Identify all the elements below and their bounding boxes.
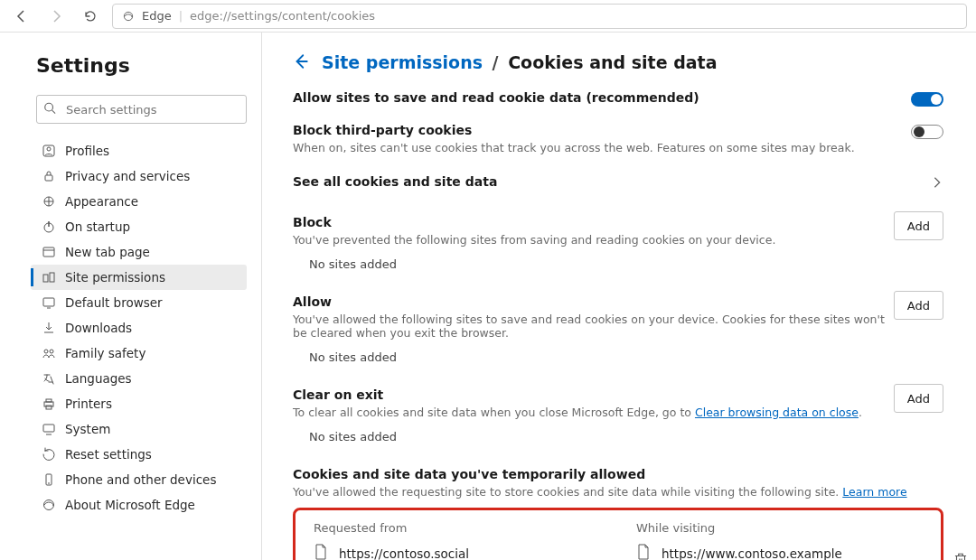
reset-icon (42, 447, 56, 462)
temp-allowed-row: Requested from https://contoso.social Wh… (293, 508, 943, 560)
browser-icon (42, 295, 56, 310)
address-bar[interactable]: Edge | edge://settings/content/cookies (112, 4, 967, 29)
site-icon (636, 544, 651, 560)
settings-title: Settings (36, 54, 247, 77)
svg-point-24 (44, 500, 54, 510)
sidebar-item-languages[interactable]: Languages (31, 366, 247, 391)
edge-icon (42, 498, 56, 512)
see-all-label: See all cookies and site data (293, 174, 497, 189)
temp-visiting-col: While visiting https://www.contoso.examp… (636, 521, 923, 560)
nav-forward-button[interactable] (43, 4, 69, 29)
breadcrumb: Site permissions / Cookies and site data (293, 52, 943, 72)
allow-add-button[interactable]: Add (894, 291, 943, 320)
settings-content: Site permissions / Cookies and site data… (262, 33, 976, 560)
row-block-3p: Block third-party cookies When on, sites… (293, 123, 943, 154)
sidebar-item-profiles[interactable]: Profiles (31, 138, 247, 163)
row-see-all[interactable]: See all cookies and site data (293, 174, 943, 191)
temp-vis-header: While visiting (636, 521, 923, 535)
block-title: Block (293, 215, 943, 229)
svg-rect-5 (45, 175, 52, 181)
search-input[interactable] (36, 95, 247, 124)
svg-rect-18 (46, 399, 52, 402)
breadcrumb-back-button[interactable] (293, 53, 309, 72)
block-add-button[interactable]: Add (894, 211, 943, 240)
clear-empty: No sites added (309, 430, 943, 443)
block-empty: No sites added (309, 257, 943, 271)
profile-icon (42, 144, 56, 158)
address-url: edge://settings/content/cookies (190, 9, 375, 23)
address-separator: | (179, 9, 183, 23)
trash-icon (953, 552, 969, 560)
sidebar-item-default-browser[interactable]: Default browser (31, 290, 247, 315)
power-icon (42, 219, 56, 234)
svg-point-1 (45, 103, 53, 111)
learn-more-link[interactable]: Learn more (842, 485, 906, 499)
nav-refresh-button[interactable] (78, 4, 103, 29)
svg-rect-9 (43, 247, 54, 257)
allow-empty: No sites added (309, 350, 943, 364)
clear-data-link[interactable]: Clear browsing data on close (695, 406, 859, 419)
temp-req-value: https://contoso.social (339, 546, 469, 561)
block-3p-label: Block third-party cookies (293, 123, 855, 137)
arrow-left-icon (293, 53, 309, 70)
sidebar-item-privacy[interactable]: Privacy and services (31, 163, 247, 189)
allow-sub: You've allowed the following sites to sa… (293, 313, 943, 340)
appearance-icon (42, 194, 56, 209)
sidebar-item-startup[interactable]: On startup (31, 214, 247, 239)
sidebar-item-family[interactable]: Family safety (31, 341, 247, 366)
breadcrumb-text: Site permissions / Cookies and site data (322, 52, 717, 72)
temp-requested-col: Requested from https://contoso.social (314, 521, 600, 560)
address-brand: Edge (142, 9, 172, 23)
site-icon (314, 544, 328, 560)
temp-vis-value: https://www.contoso.example (662, 546, 842, 561)
section-allow: Add Allow You've allowed the following s… (293, 294, 943, 364)
row-allow-cookies: Allow sites to save and read cookie data… (293, 90, 943, 107)
svg-line-2 (52, 110, 56, 114)
svg-rect-20 (43, 425, 54, 432)
allow-cookies-label: Allow sites to save and read cookie data… (293, 90, 699, 105)
clear-add-button[interactable]: Add (894, 384, 943, 413)
language-icon (42, 371, 56, 386)
breadcrumb-parent-link[interactable]: Site permissions (322, 52, 483, 72)
allow-title: Allow (293, 294, 943, 309)
section-clear: Add Clear on exit To clear all cookies a… (293, 387, 943, 443)
printer-icon (42, 397, 56, 411)
section-block: Add Block You've prevented the following… (293, 215, 943, 271)
svg-point-4 (47, 147, 51, 151)
sidebar-item-appearance[interactable]: Appearance (31, 189, 247, 214)
browser-toolbar: Edge | edge://settings/content/cookies (0, 0, 976, 33)
sidebar-item-newtab[interactable]: New tab page (31, 239, 247, 265)
sidebar-item-site-permissions[interactable]: Site permissions (31, 265, 247, 290)
search-icon (43, 102, 56, 117)
delete-temp-button[interactable] (953, 552, 969, 560)
allow-cookies-toggle[interactable] (911, 92, 943, 107)
arrow-left-icon (14, 9, 29, 23)
system-icon (42, 422, 56, 436)
nav-back-button[interactable] (9, 4, 34, 29)
svg-rect-11 (43, 275, 48, 282)
sidebar-item-about[interactable]: About Microsoft Edge (31, 492, 247, 518)
sidebar-item-printers[interactable]: Printers (31, 391, 247, 416)
family-icon (42, 346, 56, 360)
breadcrumb-current: Cookies and site data (508, 52, 717, 72)
clear-sub: To clear all cookies and site data when … (293, 406, 943, 419)
clear-title: Clear on exit (293, 387, 943, 402)
section-temp: Cookies and site data you've temporarily… (293, 467, 943, 560)
sidebar-item-reset[interactable]: Reset settings (31, 442, 247, 467)
permissions-icon (42, 270, 56, 285)
download-icon (42, 321, 56, 335)
block-3p-toggle[interactable] (911, 125, 943, 139)
svg-point-15 (44, 350, 48, 353)
newtab-icon (42, 245, 56, 259)
sidebar-item-system[interactable]: System (31, 416, 247, 442)
arrow-right-icon (49, 9, 63, 23)
refresh-icon (83, 9, 98, 23)
search-wrap (36, 95, 247, 124)
edge-logo-icon (122, 10, 135, 23)
sidebar-item-downloads[interactable]: Downloads (31, 315, 247, 341)
chevron-right-icon (931, 176, 943, 191)
sidebar-item-phone[interactable]: Phone and other devices (31, 467, 247, 492)
phone-icon (42, 472, 56, 487)
block-sub: You've prevented the following sites fro… (293, 233, 943, 247)
temp-req-header: Requested from (314, 521, 600, 535)
